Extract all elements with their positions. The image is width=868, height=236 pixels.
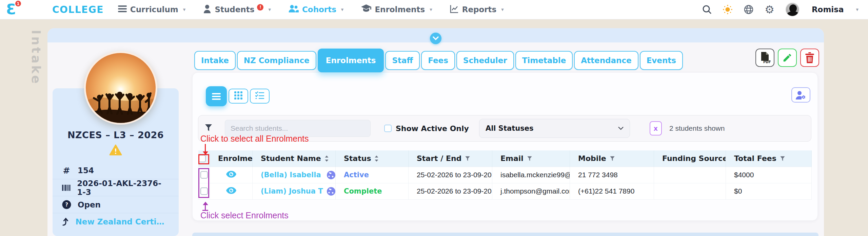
filter-funnel-icon bbox=[204, 124, 213, 133]
gear-icon[interactable]: ⚙ bbox=[765, 4, 774, 15]
annotation-purple-arrow bbox=[205, 202, 206, 210]
intake-status-row: ? Open bbox=[53, 196, 179, 213]
start-end-cell: 25-02-2026 to 23-09-20 bbox=[409, 167, 492, 183]
col-funding-source[interactable]: Funding Source bbox=[654, 150, 726, 167]
user-name[interactable]: Romisa bbox=[812, 5, 844, 14]
nav-item-students[interactable]: Students ! ▾ bbox=[203, 4, 271, 15]
status-filter-value: All Statuses bbox=[486, 124, 534, 132]
tab-timetable[interactable]: Timetable bbox=[515, 51, 573, 70]
view-enrolment-cell bbox=[210, 167, 253, 183]
list-view-button[interactable] bbox=[206, 86, 227, 106]
chevron-down-icon: ▾ bbox=[268, 6, 271, 13]
manage-enrolment-users-button[interactable] bbox=[791, 87, 810, 103]
tab-fees[interactable]: Fees bbox=[421, 51, 455, 70]
sort-icon[interactable] bbox=[374, 156, 379, 162]
funding-source-cell bbox=[654, 167, 726, 183]
total-fees-cell: $4000 bbox=[726, 167, 812, 183]
grid-icon bbox=[234, 91, 243, 101]
eye-icon[interactable] bbox=[226, 171, 236, 178]
filter-icon[interactable] bbox=[780, 156, 785, 161]
help-circle-icon: ? bbox=[61, 200, 72, 209]
total-fees-cell: $0 bbox=[726, 183, 812, 199]
sort-icon[interactable] bbox=[324, 156, 329, 162]
row-checkbox[interactable] bbox=[200, 187, 208, 195]
select-all-header bbox=[198, 150, 210, 167]
edit-button[interactable] bbox=[778, 49, 797, 67]
nav-item-cohorts[interactable]: Cohorts ▾ bbox=[289, 5, 343, 15]
students-shown-count: 2 students shown bbox=[669, 124, 725, 132]
search-input[interactable] bbox=[225, 120, 371, 137]
col-total-fees[interactable]: Total Fees bbox=[726, 150, 812, 167]
export-pdf-button[interactable]: PDF bbox=[755, 49, 774, 67]
programme-link[interactable]: New Zealand Certificate i... bbox=[76, 217, 170, 226]
collapse-panel-button[interactable] bbox=[430, 33, 441, 44]
enrolments-card: Show Active Only All Statuses x 2 studen… bbox=[192, 72, 818, 221]
nav-item-reports[interactable]: Reports ▾ bbox=[450, 4, 504, 15]
intake-code: 2026-01-AKL-2376-1-3 bbox=[77, 179, 170, 197]
view-toggles bbox=[206, 86, 270, 106]
app-logo[interactable]: Ɛ 1 bbox=[6, 2, 21, 17]
intake-programme-row: New Zealand Certificate i... bbox=[53, 213, 179, 230]
clear-filters-button[interactable]: x bbox=[650, 121, 662, 135]
filter-bar: Show Active Only All Statuses x 2 studen… bbox=[198, 115, 811, 142]
delete-button[interactable] bbox=[800, 49, 819, 67]
barcode-icon bbox=[61, 183, 71, 192]
tab-enrolments[interactable]: Enrolments bbox=[318, 49, 384, 72]
intake-photo[interactable] bbox=[84, 51, 157, 125]
eye-icon[interactable] bbox=[226, 187, 236, 194]
student-name-link[interactable]: (Liam) Joshua Th... bbox=[261, 187, 323, 195]
tab-attendance[interactable]: Attendance bbox=[574, 51, 638, 70]
sun-icon[interactable] bbox=[723, 4, 733, 15]
col-student-name[interactable]: Student Name bbox=[253, 150, 336, 167]
chevron-down-icon bbox=[618, 127, 624, 130]
user-avatar[interactable] bbox=[785, 2, 800, 17]
chevron-down-icon: ▾ bbox=[430, 6, 432, 13]
level-up-arrow-icon bbox=[61, 217, 70, 226]
table-row: (Bella) Isabella M... Active 25-02-2026 … bbox=[198, 167, 812, 183]
filter-icon[interactable] bbox=[465, 156, 470, 161]
col-email[interactable]: Email bbox=[492, 150, 570, 167]
intake-number: 154 bbox=[78, 166, 94, 175]
intake-sidebar: NZCES – L3 – 2026 # 154 2026-01-AKL-2376… bbox=[53, 88, 179, 236]
show-active-only-checkbox[interactable] bbox=[384, 125, 392, 132]
row-checkbox[interactable] bbox=[200, 171, 208, 179]
col-start-end[interactable]: Start / End bbox=[409, 150, 492, 167]
mobile-cell: 21 772 3498 bbox=[570, 167, 654, 183]
main-nav: Curriculum ▾ Students ! ▾ Cohorts ▾ Enro… bbox=[118, 4, 504, 15]
tab-staff[interactable]: Staff bbox=[385, 51, 420, 70]
tab-scheduler[interactable]: Scheduler bbox=[456, 51, 514, 70]
filter-icon[interactable] bbox=[527, 156, 532, 161]
select-all-checkbox[interactable] bbox=[198, 155, 206, 162]
nav-item-curriculum[interactable]: Curriculum ▾ bbox=[118, 5, 186, 14]
tab-nz-compliance[interactable]: NZ Compliance bbox=[237, 51, 316, 70]
tab-events[interactable]: Events bbox=[640, 51, 683, 70]
graduation-cap-icon bbox=[361, 4, 371, 15]
globe-badge-icon bbox=[327, 170, 335, 180]
chevron-down-icon[interactable]: ▾ bbox=[856, 6, 859, 13]
annotation-select-rows-text: Click select Enrolments bbox=[200, 211, 289, 220]
col-mobile[interactable]: Mobile bbox=[570, 150, 654, 167]
chevron-down-icon: ▾ bbox=[501, 6, 504, 13]
grid-view-button[interactable] bbox=[229, 89, 248, 104]
chevron-down-icon: ▾ bbox=[341, 6, 344, 13]
filter-icon[interactable] bbox=[610, 156, 615, 161]
start-end-cell: 25-02-2026 to 23-09-20 bbox=[409, 183, 492, 199]
search-icon[interactable] bbox=[702, 5, 712, 14]
nav-item-enrolments[interactable]: Enrolments ▾ bbox=[361, 4, 432, 15]
top-navbar: Ɛ 1 COLLEGE Curriculum ▾ Students ! ▾ Co… bbox=[0, 0, 868, 19]
enrolments-table: Enrolment Student Name Status Start / En… bbox=[198, 150, 812, 200]
status-filter-select[interactable]: All Statuses bbox=[479, 119, 630, 138]
hash-icon: # bbox=[61, 166, 72, 176]
student-name-link[interactable]: (Bella) Isabella M... bbox=[261, 171, 323, 179]
intake-actions: PDF bbox=[755, 49, 819, 67]
tab-intake[interactable]: Intake bbox=[194, 51, 236, 70]
chart-icon bbox=[450, 4, 459, 15]
list-icon bbox=[212, 92, 221, 101]
warning-icon[interactable] bbox=[53, 144, 179, 156]
globe-icon[interactable] bbox=[744, 4, 754, 15]
checklist-view-button[interactable] bbox=[250, 89, 270, 104]
col-enrolment[interactable]: Enrolment bbox=[210, 150, 253, 167]
intake-details: # 154 2026-01-AKL-2376-1-3 ? Open New Ze bbox=[53, 162, 179, 230]
table-row: (Liam) Joshua Th... Complete 25-02-2026 … bbox=[198, 183, 812, 199]
col-status[interactable]: Status bbox=[336, 150, 409, 167]
